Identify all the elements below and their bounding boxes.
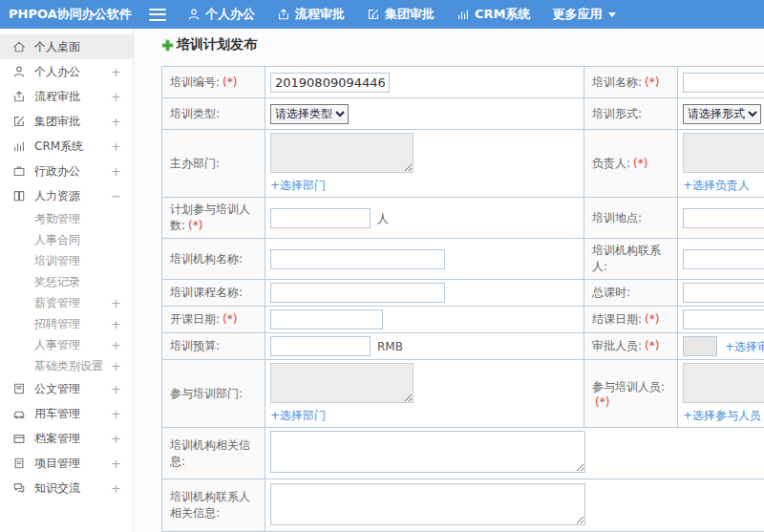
upload-icon <box>12 90 26 103</box>
training-name-input[interactable] <box>683 73 764 93</box>
approver-input[interactable] <box>683 336 717 356</box>
training-type-select[interactable]: 请选择类型 <box>270 104 349 124</box>
expand-icon[interactable]: + <box>111 359 121 373</box>
sidebar-item-personal-office[interactable]: 个人办公 + <box>0 59 133 84</box>
sidebar-subitem-personnel[interactable]: 人事管理 + <box>0 334 133 355</box>
edit-icon <box>367 8 380 21</box>
label-location: 培训地点: <box>584 198 678 239</box>
label-leader: 负责人:(*) <box>584 130 678 198</box>
label-start-date: 开课日期:(*) <box>162 307 265 333</box>
select-approver-link[interactable]: +选择审批人员 <box>725 339 764 355</box>
main-content: 培训计划发布 培训编号:(*) 培训名称:(*) 培训类型: 请选择类型 培训形… <box>135 29 764 532</box>
select-leader-link[interactable]: +选择负责人 <box>683 178 750 194</box>
sidebar-item-human-resources[interactable]: 人力资源 − <box>0 183 133 208</box>
sidebar-subitem-base-category[interactable]: 基础类别设置 + <box>0 355 133 376</box>
training-mode-select[interactable]: 请选择形式 <box>683 104 761 124</box>
location-input[interactable] <box>683 208 764 228</box>
budget-input[interactable] <box>270 336 371 356</box>
expand-icon[interactable]: + <box>111 317 121 331</box>
label-course-name: 培训课程名称: <box>162 280 265 307</box>
training-number-input[interactable] <box>270 73 390 93</box>
training-form-table: 培训编号:(*) 培训名称:(*) 培训类型: 请选择类型 培训形式: 请选择形… <box>161 66 764 532</box>
expand-icon[interactable]: + <box>111 164 121 179</box>
join-departments-textarea[interactable] <box>270 363 414 403</box>
nav-personal-office[interactable]: 个人办公 <box>187 6 255 23</box>
book-icon <box>12 189 26 202</box>
start-date-input[interactable] <box>270 309 383 330</box>
unit-suffix: 人 <box>377 212 389 225</box>
select-department-link[interactable]: +选择部门 <box>270 408 326 424</box>
sidebar-item-personal-desktop[interactable]: 个人桌面 <box>0 34 133 59</box>
sidebar-item-vehicle-management[interactable]: 用车管理 + <box>0 401 133 426</box>
planned-count-input[interactable] <box>270 208 371 228</box>
org-contact-input[interactable] <box>683 249 764 269</box>
plus-icon <box>161 39 174 52</box>
org-name-input[interactable] <box>270 249 445 269</box>
select-participants-link[interactable]: +选择参与人员 <box>683 408 761 424</box>
label-training-mode: 培训形式: <box>584 98 678 130</box>
join-people-textarea[interactable] <box>683 363 764 403</box>
currency-suffix: RMB <box>377 340 403 353</box>
expand-icon[interactable]: + <box>111 90 121 104</box>
bar-chart-icon <box>12 139 26 153</box>
expand-icon[interactable]: + <box>111 338 121 352</box>
document-icon <box>12 382 26 395</box>
sidebar-subitem-salary-management[interactable]: 薪资管理 + <box>0 292 133 313</box>
sidebar-item-group-approval[interactable]: 集团审批 + <box>0 109 133 134</box>
course-name-input[interactable] <box>270 283 445 303</box>
org-contact-info-textarea[interactable] <box>270 483 585 525</box>
car-icon <box>12 407 26 420</box>
nav-label: 个人办公 <box>205 6 255 23</box>
expand-icon[interactable]: + <box>111 65 121 79</box>
sidebar: 个人桌面 个人办公 + 流程审批 + 集团审批 + CRM系统 + 行政办公 +… <box>0 29 134 532</box>
sidebar-item-project-management[interactable]: 项目管理 + <box>0 451 133 476</box>
leader-textarea[interactable] <box>683 133 764 173</box>
expand-icon[interactable]: + <box>111 457 121 471</box>
sidebar-item-workflow-approval[interactable]: 流程审批 + <box>0 84 133 109</box>
chevron-down-icon <box>608 12 616 17</box>
nav-label: CRM系统 <box>475 6 531 23</box>
select-department-link[interactable]: +选择部门 <box>270 178 326 194</box>
host-department-textarea[interactable] <box>270 133 414 173</box>
nav-more-apps[interactable]: 更多应用 <box>553 6 616 23</box>
expand-icon[interactable]: + <box>111 481 121 496</box>
clipboard-icon <box>12 457 26 470</box>
label-join-departments: 参与培训部门: <box>162 360 265 428</box>
top-header: PHPOA协同办公软件 个人办公 流程审批 集团审批 CRM系统 更多应用 <box>0 0 764 29</box>
nav-label: 更多应用 <box>553 6 603 23</box>
top-nav: 个人办公 流程审批 集团审批 CRM系统 更多应用 <box>187 6 638 23</box>
sidebar-item-knowledge-exchange[interactable]: 知识交流 + <box>0 476 133 500</box>
sidebar-subitem-training-management[interactable]: 培训管理 <box>0 250 133 271</box>
expand-icon[interactable]: + <box>111 382 121 396</box>
sidebar-item-crm-system[interactable]: CRM系统 + <box>0 134 133 159</box>
nav-workflow-approval[interactable]: 流程审批 <box>277 6 345 23</box>
sidebar-item-admin-office[interactable]: 行政办公 + <box>0 159 133 183</box>
sidebar-item-archive-management[interactable]: 档案管理 + <box>0 426 133 451</box>
label-training-type: 培训类型: <box>162 98 265 130</box>
org-info-textarea[interactable] <box>270 431 585 473</box>
menu-toggle-icon[interactable] <box>149 9 166 21</box>
sidebar-subitem-hr-contract[interactable]: 人事合同 <box>0 229 133 250</box>
expand-icon[interactable]: + <box>111 407 121 421</box>
sidebar-item-document-management[interactable]: 公文管理 + <box>0 376 133 401</box>
edit-icon <box>12 115 26 128</box>
label-end-date: 结课日期:(*) <box>584 307 678 333</box>
end-date-input[interactable] <box>683 309 764 330</box>
total-hours-input[interactable] <box>683 283 764 303</box>
nav-group-approval[interactable]: 集团审批 <box>367 6 435 23</box>
sidebar-subitem-attendance[interactable]: 考勤管理 <box>0 208 133 229</box>
label-planned-count: 计划参与培训人数:(*) <box>162 198 265 239</box>
label-total-hours: 总课时: <box>584 280 678 307</box>
sidebar-subitem-recruitment[interactable]: 招聘管理 + <box>0 313 133 334</box>
upload-icon <box>277 8 290 21</box>
page-title: 培训计划发布 <box>161 36 764 53</box>
expand-icon[interactable]: + <box>111 296 121 310</box>
expand-icon[interactable]: + <box>111 115 121 129</box>
expand-icon[interactable]: + <box>111 432 121 446</box>
collapse-icon[interactable]: − <box>111 189 121 203</box>
sidebar-subitem-reward-punishment[interactable]: 奖惩记录 <box>0 271 133 292</box>
nav-crm-system[interactable]: CRM系统 <box>456 6 531 23</box>
expand-icon[interactable]: + <box>111 139 121 154</box>
label-approver: 审批人员:(*) <box>584 333 678 360</box>
briefcase-icon <box>12 164 26 178</box>
